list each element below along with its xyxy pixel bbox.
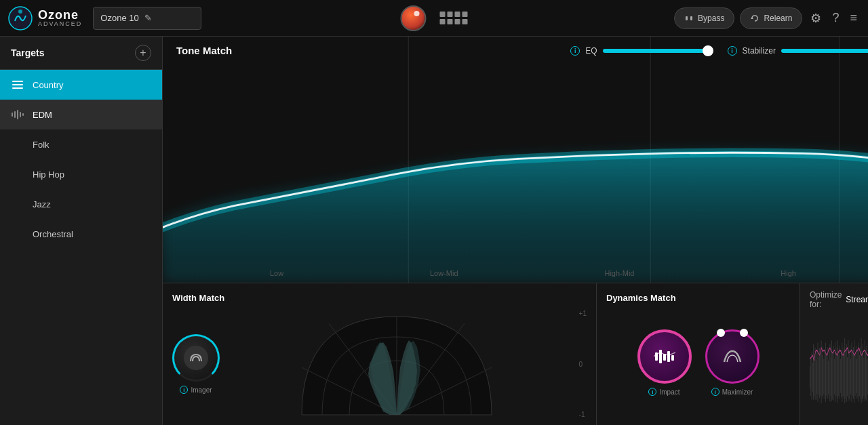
freq-high: High (781, 269, 796, 277)
svg-rect-26 (810, 367, 810, 389)
tone-match-canvas (163, 37, 868, 283)
right-controls: Bypass Relearn ⚙ ? ≡ (674, 7, 860, 29)
svg-rect-63 (842, 343, 842, 402)
svg-rect-24 (667, 351, 670, 362)
width-match-panel: Width Match (163, 283, 597, 425)
maximizer-label: i Maximizer (711, 388, 753, 396)
svg-rect-29 (812, 363, 813, 392)
optimize-panel: Optimize for: Streaming ▼ (800, 283, 868, 425)
preset-box[interactable]: Ozone 10 ✎ (93, 7, 201, 30)
impact-knob-area: i Impact (637, 329, 692, 396)
svg-rect-22 (659, 350, 662, 363)
sidebar-item-orchestral[interactable]: Orchestral (0, 219, 162, 249)
svg-rect-85 (861, 338, 862, 403)
waveform-display (810, 315, 868, 418)
svg-rect-54 (834, 359, 835, 394)
orchestral-icon (11, 227, 24, 241)
maximizer-knob-area: i Maximizer (705, 329, 760, 396)
svg-rect-12 (22, 113, 24, 116)
svg-rect-81 (858, 350, 859, 397)
eq-thumb[interactable] (703, 45, 713, 56)
svg-rect-76 (853, 347, 854, 399)
svg-rect-48 (829, 352, 829, 399)
nav-orb-button[interactable] (401, 5, 427, 31)
svg-rect-30 (813, 344, 814, 400)
svg-rect-41 (823, 346, 823, 399)
sidebar-items: Country EDM Folk (0, 70, 162, 425)
stereo-icon (189, 353, 203, 363)
waveform-svg (810, 315, 868, 418)
logo-icon (8, 6, 33, 31)
svg-rect-45 (826, 355, 827, 396)
sidebar-item-edm[interactable]: EDM (0, 100, 162, 129)
svg-rect-47 (828, 361, 829, 394)
svg-rect-90 (865, 350, 866, 399)
sidebar-item-label-hiphop: Hip Hop (33, 169, 64, 180)
edit-icon: ✎ (144, 13, 152, 23)
streaming-label: Streaming (846, 295, 868, 304)
svg-rect-61 (840, 359, 841, 393)
sidebar-item-hiphop[interactable]: Hip Hop (0, 159, 162, 189)
stab-info-btn[interactable]: i (728, 46, 737, 56)
logo-advanced: ADVANCED (38, 21, 82, 27)
list-icon (11, 78, 24, 92)
preset-name: Ozone 10 (100, 13, 138, 23)
svg-rect-31 (814, 355, 814, 396)
svg-rect-56 (835, 353, 836, 396)
impact-knob[interactable] (637, 329, 692, 384)
svg-rect-87 (863, 344, 863, 402)
sidebar-item-jazz[interactable]: Jazz (0, 189, 162, 219)
svg-rect-73 (850, 359, 851, 394)
maximizer-info-btn[interactable]: i (711, 388, 719, 396)
svg-rect-68 (846, 344, 847, 402)
logo-text: Ozone ADVANCED (38, 9, 82, 27)
impact-info-btn[interactable]: i (648, 388, 656, 396)
maximizer-icon (722, 348, 743, 365)
svg-rect-38 (820, 353, 821, 396)
maximizer-knob[interactable] (705, 329, 760, 384)
optimize-dropdown[interactable]: Streaming ▼ (846, 295, 868, 304)
tone-match-header: Tone Match i EQ i Stabilizer (163, 37, 868, 64)
svg-rect-3 (690, 16, 692, 20)
svg-rect-32 (815, 348, 816, 400)
svg-rect-71 (849, 350, 850, 399)
svg-rect-6 (12, 84, 23, 85)
svg-rect-91 (866, 346, 867, 401)
right-panel: Tone Match i EQ i Stabilizer (163, 37, 868, 425)
nav-grid-button[interactable] (440, 12, 468, 24)
svg-rect-92 (867, 359, 868, 394)
jazz-icon (11, 197, 24, 211)
sidebar-title: Targets (11, 47, 45, 58)
width-match-title: Width Match (172, 293, 587, 303)
stab-slider[interactable] (781, 49, 868, 53)
sidebar-item-folk[interactable]: Folk (0, 129, 162, 159)
freq-low: Low (270, 269, 283, 277)
svg-rect-77 (854, 340, 854, 403)
menu-button[interactable]: ≡ (847, 8, 860, 28)
imager-info-btn[interactable]: i (180, 386, 188, 394)
svg-rect-80 (856, 359, 857, 393)
settings-button[interactable]: ⚙ (808, 8, 824, 28)
sidebar-item-label-edm: EDM (33, 110, 52, 120)
svg-point-1 (18, 9, 22, 14)
svg-rect-55 (835, 343, 835, 402)
bypass-button[interactable]: Bypass (674, 7, 734, 29)
imager-knob[interactable] (172, 334, 220, 382)
imager-label: i Imager (180, 386, 212, 394)
freq-high-mid: High-Mid (604, 269, 634, 277)
add-target-button[interactable]: + (135, 45, 151, 61)
impact-label: i Impact (648, 388, 679, 396)
svg-rect-64 (843, 355, 844, 396)
sidebar-item-country[interactable]: Country (0, 70, 162, 100)
relearn-button[interactable]: Relearn (740, 7, 802, 29)
sidebar-item-label-orchestral: Orchestral (33, 229, 73, 239)
hiphop-icon (11, 167, 24, 181)
svg-rect-67 (846, 352, 846, 399)
help-button[interactable]: ? (829, 8, 842, 28)
eq-slider[interactable] (603, 49, 711, 53)
sidebar-item-label-jazz: Jazz (33, 199, 51, 209)
svg-rect-69 (847, 357, 848, 396)
top-bar: Ozone ADVANCED Ozone 10 ✎ Bypass (0, 0, 868, 37)
svg-rect-42 (824, 359, 825, 394)
eq-info-btn[interactable]: i (570, 46, 580, 56)
